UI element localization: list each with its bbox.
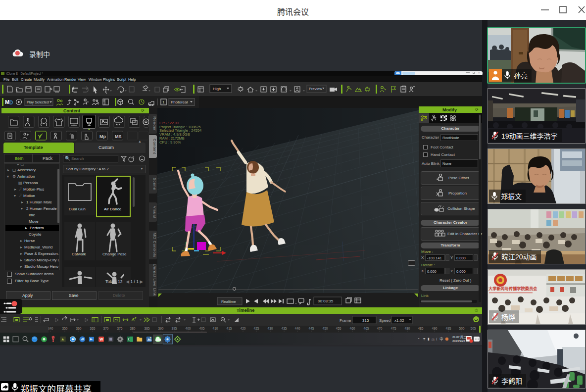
svg-text:M: M [5,99,9,105]
svg-text:大学新闻与传播学院委员会: 大学新闻与传播学院委员会 [488,286,537,291]
svg-text:350: 350 [62,327,68,330]
svg-text:00:08:35: 00:08:35 [318,299,334,303]
svg-text:405: 405 [199,327,205,330]
svg-text:Photoreal: Photoreal [171,100,188,104]
svg-text:385: 385 [145,327,150,330]
svg-text:430: 430 [268,327,273,330]
svg-text:450: 450 [323,327,328,330]
svg-text:425: 425 [254,327,259,330]
svg-text:▮: ▮ [428,337,430,341]
svg-text:435: 435 [282,327,287,330]
svg-text:☂: ☂ [423,338,426,341]
svg-text:1: 1 [162,100,165,104]
svg-text:Frame: Frame [340,318,351,323]
svg-text:460: 460 [350,327,355,330]
svg-text:⌃: ⌃ [417,338,420,341]
svg-text:MS: MS [115,134,122,139]
svg-text:390: 390 [158,327,164,330]
svg-text:420: 420 [241,327,246,330]
svg-text:High: High [213,87,221,91]
svg-text:Realtime: Realtime [221,299,236,304]
svg-text:2023/9/26: 2023/9/26 [452,340,465,343]
svg-text:485: 485 [418,327,424,330]
svg-text:365: 365 [90,327,96,330]
svg-text:505: 505 [471,327,476,330]
svg-text:中: 中 [440,337,443,342]
svg-text:465: 465 [364,327,369,330]
svg-text:Preview: Preview [309,87,322,91]
svg-text:⟨: ⟨ [436,338,437,341]
svg-text:490: 490 [432,327,438,330]
svg-text:400: 400 [186,327,191,330]
svg-text:370: 370 [103,327,109,330]
svg-text:455: 455 [336,327,342,330]
svg-text:410: 410 [213,327,218,330]
svg-text:D: D [9,100,13,105]
svg-text:380: 380 [130,327,136,330]
svg-text:Speed: Speed [379,318,391,323]
svg-text:340: 340 [48,327,53,330]
svg-text:Play Selected: Play Selected [27,100,49,104]
svg-text:500: 500 [459,327,465,330]
svg-text:315: 315 [362,318,369,323]
svg-text:480: 480 [405,327,410,330]
svg-text:440: 440 [295,327,300,330]
svg-text:W: W [99,337,103,342]
svg-text:x1.02: x1.02 [394,318,404,323]
svg-text:◳: ◳ [432,338,435,341]
svg-text:Mp: Mp [99,134,106,139]
svg-text:445: 445 [309,327,314,330]
svg-text:360: 360 [76,327,82,330]
svg-text:21:07 周二: 21:07 周二 [452,336,466,339]
svg-text:415: 415 [227,327,232,330]
svg-text:495: 495 [446,327,451,330]
svg-text:475: 475 [391,327,396,330]
svg-text:470: 470 [377,327,383,330]
svg-text:375: 375 [117,327,123,330]
svg-text:395: 395 [172,327,177,330]
